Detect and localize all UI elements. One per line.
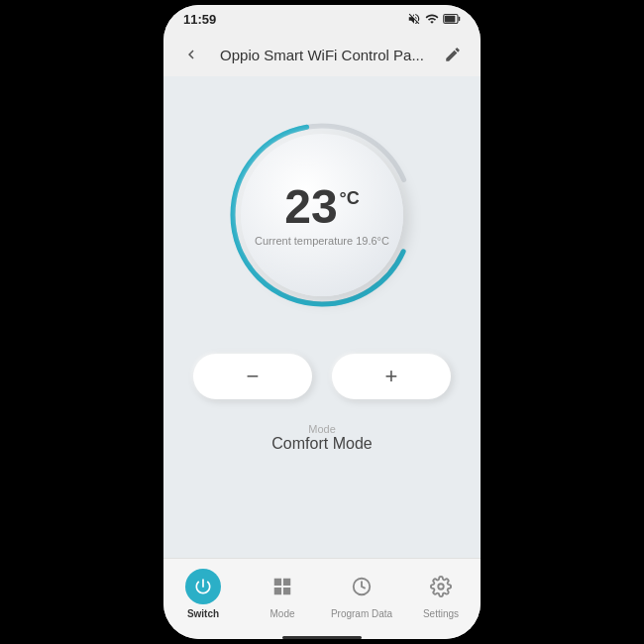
back-button[interactable] [179,43,203,66]
phone-frame: 11:59 Oppio Smart WiFi Control Pa.. [163,5,481,639]
app-header: Oppio Smart WiFi Control Pa... [163,33,481,76]
status-icons [407,12,461,26]
mute-icon [407,12,421,26]
svg-rect-2 [459,17,461,22]
thermostat-inner: 23 °C Current temperature 19.6°C [241,134,403,296]
temperature-controls: − + [179,354,465,399]
set-temperature: 23 [284,183,337,231]
current-temperature: Current temperature 19.6°C [255,235,389,247]
battery-icon [443,13,461,25]
nav-item-program[interactable]: Program Data [322,569,401,619]
decrease-button[interactable]: − [193,354,312,399]
mode-section: Mode Comfort Mode [271,423,372,453]
mode-label: Mode [271,423,372,435]
increase-icon: + [385,364,398,389]
home-indicator [282,636,362,639]
svg-point-7 [438,584,444,590]
decrease-icon: − [247,364,260,389]
nav-icon-mode [265,569,300,604]
bottom-nav: Switch Mode Program Data [163,558,481,635]
nav-item-mode[interactable]: Mode [243,569,322,619]
nav-label-mode: Mode [269,608,294,619]
status-bar: 11:59 [163,5,481,33]
signal-icon [425,12,439,26]
svg-rect-1 [445,16,456,23]
nav-label-program: Program Data [331,608,392,619]
nav-icon-switch [185,569,221,604]
main-content: 23 °C Current temperature 19.6°C − + Mod… [163,76,481,558]
edit-button[interactable] [441,43,465,66]
increase-button[interactable]: + [332,354,451,399]
nav-label-settings: Settings [423,608,459,619]
temp-display: 23 °C [284,183,360,231]
status-time: 11:59 [183,12,216,27]
bottom-indicator [163,635,481,639]
nav-item-settings[interactable]: Settings [401,569,481,619]
thermostat-dial[interactable]: 23 °C Current temperature 19.6°C [223,116,421,314]
nav-item-switch[interactable]: Switch [163,569,243,619]
nav-icon-program [344,569,379,604]
temp-unit: °C [340,189,360,207]
nav-icon-settings [423,569,459,604]
page-title: Oppio Smart WiFi Control Pa... [203,47,441,63]
mode-value: Comfort Mode [271,435,372,452]
nav-label-switch: Switch [187,608,219,619]
